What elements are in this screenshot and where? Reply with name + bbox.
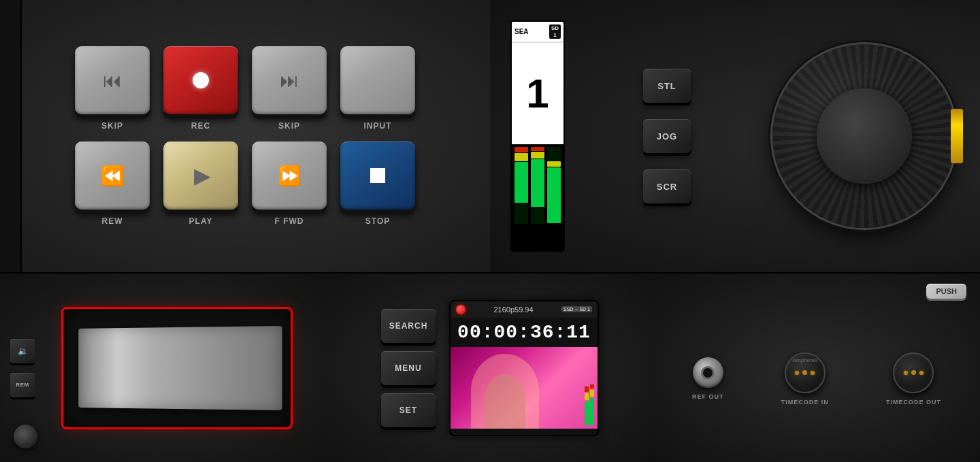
- vu-meters: [512, 144, 564, 250]
- bnc-inner: [701, 366, 715, 380]
- lcd-top-bar: 2160p59.94 SSD → SD 1: [451, 301, 598, 318]
- skip-next-button[interactable]: SKIP: [252, 46, 327, 131]
- lcd-vu-green-1: [585, 401, 589, 425]
- push-button[interactable]: PUSH: [926, 284, 966, 299]
- vu-bar-2: [531, 147, 544, 248]
- brand-label-in: Amphenol: [793, 357, 817, 363]
- ffwd-btn-body[interactable]: [252, 142, 327, 210]
- menu-button[interactable]: MENU: [381, 351, 436, 385]
- bottom-section: REM SEARCH MENU SET 2160p59.94: [0, 272, 980, 462]
- input-btn-body[interactable]: [340, 46, 415, 114]
- stl-button[interactable]: STL: [643, 69, 691, 103]
- side-buttons: STL JOG SCR: [643, 69, 691, 203]
- xlr-pin-1: [795, 371, 799, 375]
- lcd-vu-yellow-1: [585, 393, 589, 400]
- vu-seg-dark-2: [531, 208, 544, 224]
- lcd-vu-bar-1: [585, 386, 589, 425]
- lcd-vu-meters: [585, 378, 594, 425]
- stop-icon: [370, 168, 385, 183]
- sd-badge: SD1: [549, 24, 561, 39]
- play-icon: [191, 163, 211, 188]
- rew-btn-body[interactable]: [75, 142, 150, 210]
- rec-button[interactable]: REC: [163, 46, 238, 131]
- jog-panel: SEA SD1 1: [490, 0, 980, 272]
- transport-row-1: SKIP REC SKIP: [75, 46, 415, 131]
- stop-btn-body[interactable]: [340, 142, 415, 210]
- vu-seg-green: [514, 162, 528, 203]
- connectors-top: PUSH: [667, 284, 966, 306]
- volume-icon: [18, 346, 28, 356]
- connectors-main: REF OUT Amphenol TIMECODE IN: [667, 306, 966, 452]
- lcd-vu-green-2: [590, 398, 594, 425]
- volume-button[interactable]: [10, 339, 35, 363]
- rew-icon: [101, 165, 125, 187]
- vu-seg-dark: [514, 203, 528, 224]
- channel-number: 1: [512, 42, 564, 144]
- xlr-out-pin-center: [911, 370, 916, 375]
- screen-top-bar: SEA SD1: [512, 22, 564, 42]
- top-section: SKIP REC SKIP: [0, 0, 980, 272]
- vu-seg-yellow-3: [547, 161, 561, 167]
- connectors-panel: PUSH REF OUT Amphenol: [653, 274, 980, 462]
- rec-indicator: [456, 305, 466, 314]
- skip-prev-button[interactable]: SKIP: [75, 46, 150, 131]
- main-container: SKIP REC SKIP: [0, 0, 980, 462]
- storage-arrow: →: [574, 307, 578, 312]
- rew-button[interactable]: REW: [75, 142, 150, 226]
- play-btn-body[interactable]: [163, 142, 238, 210]
- xlr-pin-center: [802, 370, 807, 375]
- vu-seg-yellow: [514, 153, 528, 161]
- set-button[interactable]: SET: [381, 393, 436, 427]
- card-panel: REM: [0, 274, 327, 462]
- lcd-vu-red-2: [590, 384, 594, 389]
- xlr-pin-3: [811, 371, 815, 375]
- ref-out-label: REF OUT: [692, 393, 724, 400]
- ffwd-button[interactable]: F FWD: [252, 142, 327, 226]
- skip-prev-icon: [103, 69, 122, 92]
- timecode-out-connector: TIMECODE OUT: [886, 352, 941, 406]
- bnc-ref-out: [693, 357, 723, 388]
- storage-icon: SSD → SD 1: [561, 306, 592, 312]
- stop-label: STOP: [365, 216, 390, 226]
- jog-wheel[interactable]: [772, 44, 956, 228]
- jog-button[interactable]: JOG: [643, 119, 691, 153]
- storage-dest: SD 1: [579, 307, 590, 312]
- lcd-panel: SEARCH MENU SET 2160p59.94 SSD → SD 1: [327, 274, 653, 462]
- xlr-out-pin-3: [919, 371, 924, 375]
- stop-button[interactable]: STOP: [340, 142, 415, 226]
- ffwd-icon: [278, 165, 301, 187]
- xlr-timecode-in: Amphenol: [785, 352, 826, 393]
- jog-wheel-inner: [817, 88, 912, 184]
- search-button[interactable]: SEARCH: [381, 309, 436, 343]
- skip-prev-btn-body[interactable]: [75, 46, 150, 114]
- skip-next-label: SKIP: [278, 121, 300, 131]
- rec-btn-body[interactable]: [163, 46, 238, 114]
- lcd-timecode: 00:00:36:11: [451, 318, 598, 347]
- rem-button[interactable]: REM: [10, 373, 35, 397]
- storage-label: SSD: [564, 307, 573, 312]
- skip-prev-label: SKIP: [101, 121, 123, 131]
- card-slot-card: [78, 325, 282, 410]
- skip-next-btn-body[interactable]: [252, 46, 327, 114]
- vu-seg-dark-3: [547, 147, 561, 161]
- jog-accent: [951, 109, 963, 163]
- rec-icon: [193, 72, 209, 88]
- rec-label: REC: [191, 121, 210, 131]
- xlr-out-pin-1: [904, 371, 908, 375]
- transport-row-2: REW PLAY F FWD: [75, 142, 415, 226]
- vu-seg-red-2: [531, 147, 544, 151]
- ffwd-label: F FWD: [275, 216, 304, 226]
- lcd-preview-bg: [451, 347, 598, 429]
- play-button[interactable]: PLAY: [163, 142, 238, 226]
- knob-bottom[interactable]: [14, 425, 37, 448]
- xlr-pins-in: [795, 370, 815, 375]
- lcd-format: 2160p59.94: [471, 306, 556, 314]
- timecode-in-label: TIMECODE IN: [781, 399, 829, 406]
- vu-seg-red: [514, 147, 528, 152]
- scr-button[interactable]: SCR: [643, 169, 691, 203]
- lcd-preview: [451, 347, 598, 429]
- lcd-screen: 2160p59.94 SSD → SD 1 00:00:36:11: [449, 300, 599, 436]
- input-button[interactable]: INPUT: [340, 46, 415, 131]
- vu-seg-green-2: [531, 159, 544, 207]
- skip-next-icon: [280, 69, 299, 92]
